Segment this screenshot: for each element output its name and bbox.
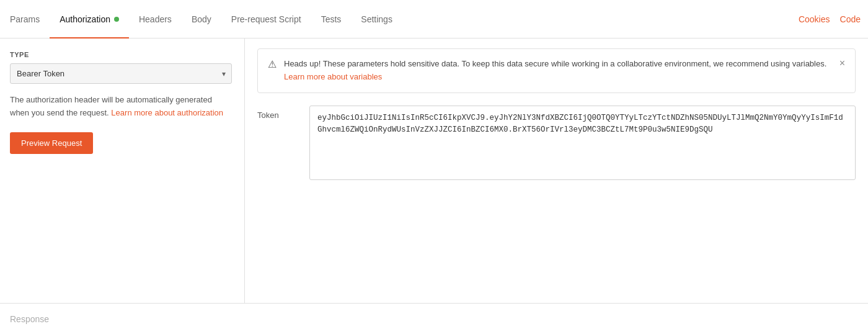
tab-authorization-label: Authorization [60,14,110,24]
code-link[interactable]: Code [840,14,861,24]
preview-request-button[interactable]: Preview Request [10,132,93,154]
main-content: TYPE No Auth API Key Bearer Token Basic … [0,38,868,303]
tab-params[interactable]: Params [7,0,50,38]
tab-tests[interactable]: Tests [311,0,352,38]
nav-tabs: Params Authorization Headers Body Pre-re… [0,0,868,38]
tab-body[interactable]: Body [182,0,221,38]
token-input[interactable]: eyJhbGciOiJIUzI1NiIsInR5cCI6IkpXVCJ9.eyJ… [309,106,856,180]
tab-tests-label: Tests [321,14,342,24]
close-icon[interactable]: × [839,58,845,69]
type-select[interactable]: No Auth API Key Bearer Token Basic Auth … [10,63,232,84]
tab-headers[interactable]: Headers [129,0,182,38]
tab-params-label: Params [10,14,40,24]
authorization-dot [114,17,119,22]
alert-text: Heads up! These parameters hold sensitiv… [284,58,832,84]
auth-learn-more-link[interactable]: Learn more about authorization [111,108,223,117]
cookies-link[interactable]: Cookies [799,14,830,24]
tab-body-label: Body [192,14,211,24]
token-field-row: Token eyJhbGciOiJIUzI1NiIsInR5cCI6IkpXVC… [257,106,856,180]
alert-learn-more-link[interactable]: Learn more about variables [284,72,382,81]
tab-pre-request-script[interactable]: Pre-request Script [221,0,311,38]
right-panel: ⚠ Heads up! These parameters hold sensit… [245,38,868,303]
response-label: Response [10,314,49,324]
tab-pre-request-label: Pre-request Script [231,14,301,24]
tab-settings-label: Settings [361,14,392,24]
type-label: TYPE [10,51,232,58]
type-select-wrapper: No Auth API Key Bearer Token Basic Auth … [10,63,232,84]
response-bar: Response [0,303,868,334]
token-label: Token [257,106,294,120]
auth-description: The authorization header will be automat… [10,94,232,120]
tab-headers-label: Headers [139,14,172,24]
alert-banner: ⚠ Heads up! These parameters hold sensit… [257,48,856,93]
tab-authorization[interactable]: Authorization [50,0,129,38]
left-panel: TYPE No Auth API Key Bearer Token Basic … [0,38,245,303]
tab-settings[interactable]: Settings [351,0,402,38]
alert-message: Heads up! These parameters hold sensitiv… [284,59,826,68]
warning-icon: ⚠ [268,58,277,70]
nav-right-links: Cookies Code [799,14,861,24]
